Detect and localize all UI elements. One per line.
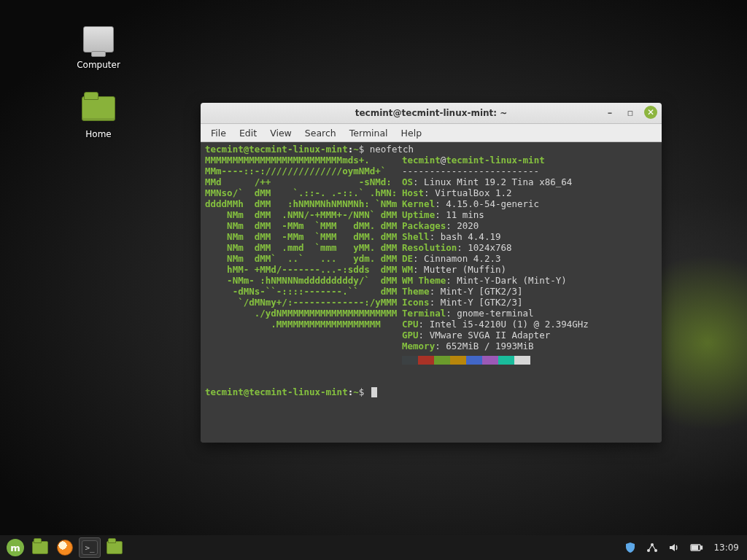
launcher-menu[interactable]: m (4, 537, 26, 558)
menu-file[interactable]: File (205, 126, 232, 140)
folder-icon (82, 96, 115, 121)
terminal-cursor (371, 387, 377, 397)
taskbar: m >_ 13:09 (0, 535, 747, 560)
tray-clock[interactable]: 13:09 (710, 542, 743, 553)
tray-shield-icon[interactable] (621, 542, 640, 553)
menu-help[interactable]: Help (395, 126, 428, 140)
menu-search[interactable]: Search (299, 126, 342, 140)
svg-rect-4 (701, 546, 703, 549)
mint-logo-icon: m (7, 539, 24, 556)
desktop-icon-home[interactable]: Home (69, 91, 128, 139)
maximize-button[interactable]: ▫ (624, 106, 637, 119)
menu-view[interactable]: View (264, 126, 298, 140)
desktop-icon-label: Home (85, 129, 111, 139)
window-titlebar[interactable]: tecmint@tecmint-linux-mint: ~ – ▫ ✕ (201, 103, 662, 124)
launcher-terminal[interactable]: >_ (79, 537, 101, 558)
firefox-icon (57, 540, 73, 556)
desktop-icon-computer[interactable]: Computer (69, 22, 128, 70)
menu-terminal[interactable]: Terminal (344, 126, 394, 140)
folder-icon (107, 541, 123, 554)
terminal-window: tecmint@tecmint-linux-mint: ~ – ▫ ✕ File… (201, 103, 662, 443)
launcher-files[interactable] (29, 537, 51, 558)
window-title: tecmint@tecmint-linux-mint: ~ (201, 108, 662, 118)
terminal-icon: >_ (82, 540, 98, 555)
desktop-wallpaper: Computer Home tecmint@tecmint-linux-mint… (0, 0, 747, 560)
launcher-firefox[interactable] (54, 537, 76, 558)
svg-rect-5 (692, 546, 698, 550)
close-button[interactable]: ✕ (644, 106, 657, 119)
tray-network-icon[interactable] (643, 542, 662, 553)
tray-volume-icon[interactable] (665, 542, 684, 553)
tray-battery-icon[interactable] (686, 542, 707, 553)
computer-icon (83, 26, 114, 52)
menu-edit[interactable]: Edit (233, 126, 263, 140)
terminal-content[interactable]: tecmint@tecmint-linux-mint:~$ neofetchMM… (201, 142, 662, 443)
launcher-files-2[interactable] (104, 537, 125, 558)
menubar: File Edit View Search Terminal Help (201, 124, 662, 142)
desktop-icon-label: Computer (77, 60, 120, 70)
minimize-button[interactable]: – (603, 106, 616, 119)
folder-icon (32, 541, 48, 554)
